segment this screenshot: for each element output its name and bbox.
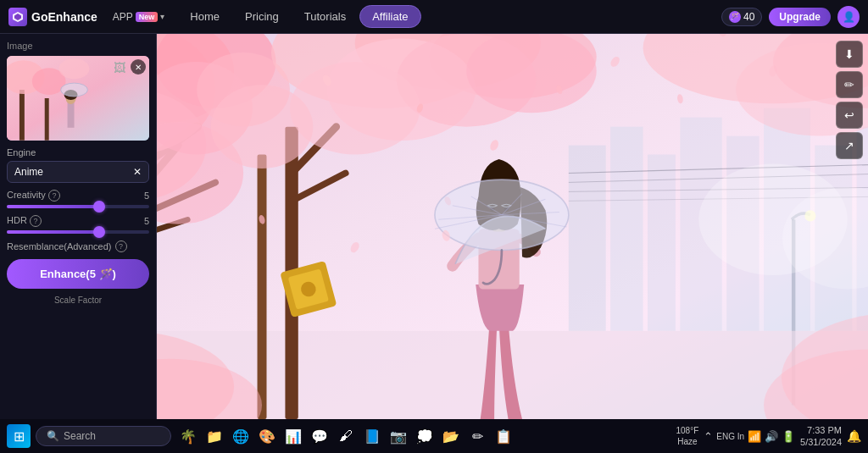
image-label: Image	[7, 41, 149, 51]
main-area: Image	[0, 34, 868, 419]
battery-icon[interactable]: 🔋	[782, 430, 795, 443]
left-sidebar: Image	[0, 34, 157, 419]
creativity-value: 5	[144, 191, 149, 201]
svg-rect-8	[68, 102, 75, 128]
resemblance-label: Resemblance(Advanced)	[7, 241, 112, 251]
preview-inner	[7, 56, 149, 141]
taskbar-excel-icon[interactable]: 📊	[281, 424, 305, 448]
credits-icon: 🪄	[729, 11, 741, 23]
creativity-thumb[interactable]	[93, 201, 105, 213]
image-preview	[7, 56, 149, 141]
taskbar-pen-icon[interactable]: ✏	[465, 424, 489, 448]
svg-point-7	[59, 58, 90, 79]
svg-rect-36	[258, 155, 267, 419]
image-preview-container: ✕ 🖼	[7, 56, 149, 141]
edit-icon: ✏	[844, 78, 854, 91]
taskbar-chat-icon[interactable]: 💭	[413, 424, 437, 448]
top-navigation: GoEnhance APP New ▾ Home Pricing Tutoria…	[0, 0, 868, 34]
creativity-fill	[7, 205, 99, 208]
svg-rect-3	[19, 90, 25, 141]
lang-label: ENG In	[716, 431, 744, 442]
scale-factor-label: Scale Factor	[7, 296, 149, 305]
creativity-label-row: Creativity ? 5	[7, 190, 149, 202]
taskbar-instagram-icon[interactable]: 📷	[387, 424, 410, 448]
main-canvas: ⬇ ✏ ↩ ↗	[157, 34, 868, 419]
taskbar-files-icon[interactable]: 📂	[439, 424, 463, 448]
svg-rect-4	[45, 98, 49, 141]
weather-label: Haze	[676, 436, 698, 447]
clock[interactable]: 7:33 PM 5/31/2024	[800, 424, 842, 449]
nav-tutorials[interactable]: Tutorials	[292, 6, 358, 27]
search-placeholder: Search	[64, 430, 96, 442]
engine-select[interactable]: Anime ✕	[7, 161, 149, 183]
taskbar-folder-icon[interactable]: 📁	[203, 424, 226, 448]
resemblance-info-icon[interactable]: ?	[115, 240, 127, 252]
image-close-button[interactable]: ✕	[131, 59, 146, 75]
svg-point-11	[61, 83, 88, 97]
hdr-value: 5	[144, 216, 149, 226]
share-button[interactable]: ↗	[836, 132, 863, 159]
hdr-slider[interactable]	[7, 230, 149, 234]
nav-links: Home Pricing Tutorials Affiliate	[178, 5, 420, 28]
creativity-info-icon[interactable]: ?	[48, 190, 60, 202]
enhance-button[interactable]: Enhance(5 🪄)	[7, 259, 149, 289]
hdr-fill	[7, 230, 99, 234]
edit-button[interactable]: ✏	[836, 71, 863, 98]
hdr-thumb[interactable]	[93, 226, 105, 238]
image-upload-icon[interactable]: 🖼	[114, 61, 125, 75]
taskbar-color-icon[interactable]: 🎨	[255, 424, 279, 448]
creativity-section: Creativity ? 5	[7, 190, 149, 208]
hdr-label: HDR ?	[7, 215, 42, 227]
nav-affiliate[interactable]: Affiliate	[359, 5, 420, 28]
image-section: Image	[7, 41, 149, 141]
user-avatar[interactable]: 👤	[837, 6, 860, 28]
credits-value: 40	[743, 11, 754, 23]
share-icon: ↗	[844, 139, 854, 152]
nav-pricing[interactable]: Pricing	[233, 6, 291, 27]
canvas-image: ⬇ ✏ ↩ ↗	[157, 34, 868, 419]
undo-icon: ↩	[844, 108, 854, 122]
upgrade-button[interactable]: Upgrade	[769, 8, 831, 26]
undo-button[interactable]: ↩	[836, 102, 863, 129]
weather-temp: 108°F	[676, 425, 698, 436]
logo-area[interactable]: GoEnhance	[8, 8, 97, 26]
taskbar-messenger-icon[interactable]: 💬	[308, 424, 331, 448]
wifi-icon[interactable]: 📶	[748, 430, 761, 443]
taskbar-facebook-icon[interactable]: 📘	[360, 424, 384, 448]
download-button[interactable]: ⬇	[836, 41, 863, 68]
resemblance-section: Resemblance(Advanced) ?	[7, 240, 149, 252]
svg-rect-15	[648, 155, 676, 331]
taskbar-teams-icon[interactable]: 📋	[492, 424, 515, 448]
hdr-section: HDR ? 5	[7, 215, 149, 234]
sys-icons: ⌃ ENG In 📶 🔊 🔋	[704, 430, 795, 443]
search-icon: 🔍	[47, 430, 59, 442]
engine-chevron-icon: ✕	[133, 166, 142, 178]
notification-icon[interactable]: 🔔	[847, 429, 861, 443]
taskbar-right: 108°F Haze ⌃ ENG In 📶 🔊 🔋 7:33 PM 5/31/2…	[676, 424, 861, 449]
taskbar-edge-icon[interactable]: 🌐	[229, 424, 253, 448]
new-badge: New	[136, 12, 159, 22]
clock-time: 7:33 PM	[800, 424, 842, 436]
engine-label: Engine	[7, 147, 149, 157]
volume-icon[interactable]: 🔊	[765, 430, 778, 443]
creativity-slider[interactable]	[7, 205, 149, 208]
hdr-label-row: HDR ? 5	[7, 215, 149, 227]
nav-right: 🪄 40 Upgrade 👤	[721, 6, 860, 28]
engine-section: Engine Anime ✕	[7, 147, 149, 183]
creativity-label: Creativity ?	[7, 190, 60, 202]
logo-icon	[8, 8, 27, 26]
engine-value: Anime	[14, 166, 43, 178]
search-box[interactable]: 🔍 Search	[36, 426, 171, 446]
taskbar-palm-icon[interactable]: 🌴	[176, 424, 200, 448]
nav-home[interactable]: Home	[178, 6, 231, 27]
clock-date: 5/31/2024	[800, 436, 842, 448]
app-label: APP	[113, 11, 133, 23]
app-badge[interactable]: APP New ▾	[109, 11, 165, 23]
hdr-info-icon[interactable]: ?	[30, 215, 42, 227]
chevron-up-icon[interactable]: ⌃	[704, 430, 713, 443]
start-button[interactable]: ⊞	[7, 424, 31, 448]
taskbar-left: ⊞ 🔍 Search 🌴 📁 🌐 🎨 📊 💬 🖌 📘 📷 💭 📂 ✏ 📋	[7, 424, 672, 448]
taskbar-paint-icon[interactable]: 🖌	[334, 424, 358, 448]
svg-rect-14	[610, 127, 643, 331]
chevron-down-icon[interactable]: ▾	[160, 12, 164, 21]
